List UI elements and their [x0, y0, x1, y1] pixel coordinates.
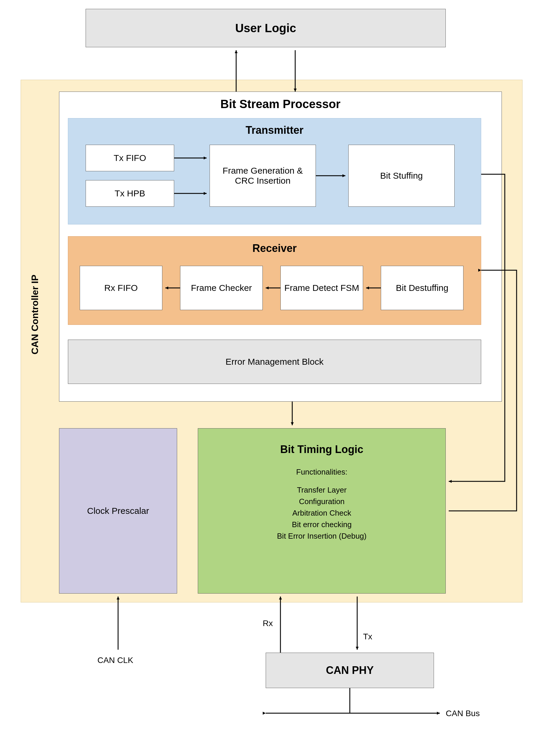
tx-label: Tx	[363, 632, 372, 641]
btl-item-4: Bit Error Insertion (Debug)	[277, 532, 366, 541]
btl-item-0: Transfer Layer	[297, 485, 346, 495]
can-controller-ip-label: CAN Controller IP	[30, 275, 40, 354]
frame-detect-block: Frame Detect FSM	[280, 266, 363, 310]
clock-prescalar-block: Clock Prescalar	[59, 428, 177, 594]
bit-stuffing-block: Bit Stuffing	[348, 145, 455, 207]
btl-item-2: Arbitration Check	[292, 509, 351, 518]
bit-timing-logic-block: Bit Timing Logic Functionalities: Transf…	[198, 428, 446, 594]
receiver-title: Receiver	[68, 242, 481, 255]
frame-gen-block: Frame Generation & CRC Insertion	[210, 145, 316, 207]
can-bus-label: CAN Bus	[446, 709, 480, 718]
btl-title: Bit Timing Logic	[280, 443, 363, 456]
rx-fifo-block: Rx FIFO	[80, 266, 162, 310]
rx-label: Rx	[263, 619, 273, 628]
error-mgmt-block: Error Management Block	[68, 340, 481, 384]
user-logic-block: User Logic	[86, 9, 446, 47]
transmitter-title: Transmitter	[68, 124, 481, 136]
bit-destuffing-block: Bit Destuffing	[381, 266, 463, 310]
can-phy-block: CAN PHY	[266, 653, 434, 688]
btl-item-1: Configuration	[299, 497, 345, 506]
tx-hpb-block: Tx HPB	[86, 180, 174, 207]
btl-item-3: Bit error checking	[292, 520, 351, 529]
tx-fifo-block: Tx FIFO	[86, 145, 174, 171]
can-clk-label: CAN CLK	[97, 656, 133, 665]
diagram-canvas: User Logic CAN Controller IP Bit Stream …	[9, 9, 538, 747]
frame-checker-block: Frame Checker	[180, 266, 263, 310]
bsp-title: Bit Stream Processor	[59, 97, 502, 111]
btl-subtitle: Functionalities:	[296, 467, 347, 477]
